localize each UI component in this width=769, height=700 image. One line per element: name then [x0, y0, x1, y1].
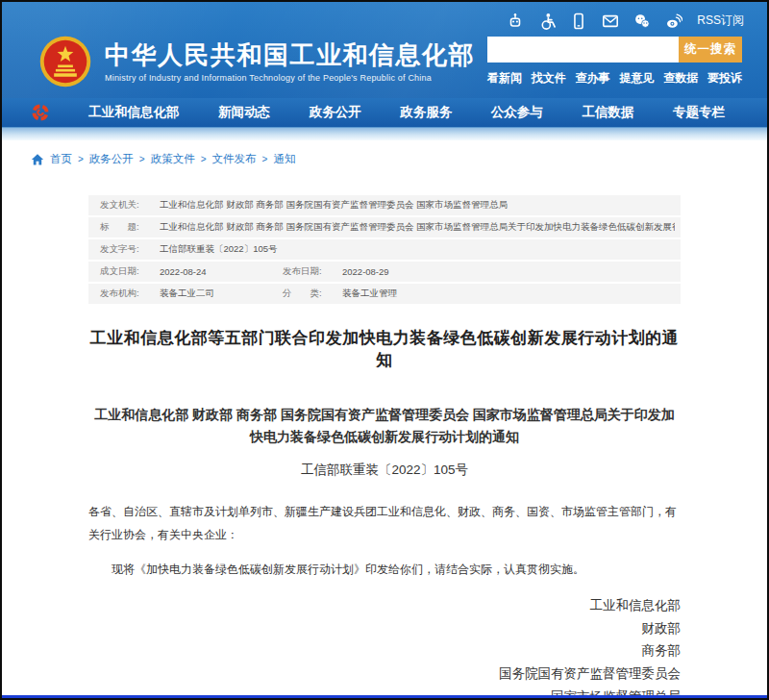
meta-row-doc-number: 发文字号: 工信部联重装〔2022〕105号: [88, 239, 681, 260]
document: 发文机关: 工业和信息化部 财政部 商务部 国务院国有资产监督管理委员会 国家市…: [2, 195, 767, 695]
breadcrumb-notice[interactable]: 通知: [273, 152, 295, 166]
mobile-icon[interactable]: [570, 12, 587, 30]
breadcrumb-file-release[interactable]: 文件发布: [212, 152, 257, 166]
national-emblem-icon: [38, 35, 92, 88]
nav-item-gov-open[interactable]: 政务公开: [310, 104, 361, 121]
header-main: 中华人民共和国工业和信息化部 Ministry of Industry and …: [2, 33, 767, 92]
quick-link-data[interactable]: 查数据: [663, 70, 698, 87]
breadcrumb-separator: >: [139, 154, 145, 164]
brand[interactable]: 中华人民共和国工业和信息化部 Ministry of Industry and …: [38, 35, 475, 88]
service-robot-icon[interactable]: [507, 12, 524, 30]
nav-item-participation[interactable]: 公众参与: [491, 104, 543, 121]
accessibility-icon[interactable]: [538, 12, 556, 30]
signature-sasac: 国务院国有资产监督管理委员会: [88, 662, 681, 686]
nav-items: 工业和信息化部 新闻动态 政务公开 政务服务 公众参与 工信数据 专题专栏: [88, 104, 734, 121]
wechat-icon[interactable]: [633, 12, 651, 30]
body-paragraph-directive: 现将《加快电力装备绿色低碳创新发展行动计划》印发给你们，请结合实际，认真贯彻实施…: [88, 558, 681, 581]
breadcrumb-separator: >: [262, 154, 268, 164]
signature-mofcom: 商务部: [88, 639, 681, 662]
breadcrumb-policy-files[interactable]: 政策文件: [151, 152, 195, 166]
quick-link-files[interactable]: 找文件: [532, 70, 566, 87]
breadcrumb-separator: >: [201, 154, 207, 164]
page-bottom-line: [2, 695, 767, 698]
body-paragraph-recipients: 各省、自治区、直辖市及计划单列市、新疆生产建设兵团工业和信息化、财政、商务、国资…: [88, 500, 681, 546]
topbar: RSS订阅: [2, 2, 767, 33]
breadcrumb: 首页 > 政务公开 > 政策文件 > 文件发布 > 通知: [2, 140, 767, 166]
nav-item-gov-service[interactable]: 政务服务: [400, 104, 452, 121]
search-area: 统一搜索 看新闻 找文件 查办事 提意见 查数据 要投诉: [487, 37, 742, 87]
org-name-en: Ministry of Industry and Information Tec…: [105, 73, 475, 83]
home-icon[interactable]: [31, 153, 44, 166]
quick-link-complain[interactable]: 要投诉: [707, 70, 742, 87]
signature-mof: 财政部: [88, 617, 681, 640]
browser-page: RSS订阅 中华人民共和国工业和信息化部 Ministry of In: [0, 0, 769, 700]
signature-miit: 工业和信息化部: [88, 594, 681, 617]
document-body: 各省、自治区、直辖市及计划单列市、新疆生产建设兵团工业和信息化、财政、商务、国资…: [88, 500, 681, 581]
quick-link-news[interactable]: 看新闻: [487, 70, 522, 87]
breadcrumb-separator: >: [78, 154, 84, 164]
breadcrumb-home[interactable]: 首页: [50, 152, 72, 166]
quick-link-services[interactable]: 查办事: [576, 70, 610, 87]
meta-row-publisher-category: 发布机构: 装备工业二司 分 类: 装备工业管理: [88, 284, 681, 304]
meta-row-dates: 成文日期: 2022-08-24 发布日期: 2022-08-29: [88, 262, 681, 282]
breadcrumb-gov-open[interactable]: 政务公开: [89, 152, 134, 166]
signature-block: 工业和信息化部 财政部 商务部 国务院国有资产监督管理委员会 国家市场监督管理总…: [88, 594, 681, 695]
org-name-cn: 中华人民共和国工业和信息化部: [105, 40, 475, 70]
meta-row-issuing-org: 发文机关: 工业和信息化部 财政部 商务部 国务院国有资产监督管理委员会 国家市…: [88, 195, 681, 215]
nav-item-news[interactable]: 新闻动态: [218, 104, 270, 121]
document-number: 工信部联重装〔2022〕105号: [88, 462, 681, 479]
weibo-icon[interactable]: [665, 12, 682, 30]
meta-row-title: 标 题: 工业和信息化部 财政部 商务部 国务院国有资产监督管理委员会 国家市场…: [88, 217, 681, 238]
mail-icon[interactable]: [602, 12, 619, 30]
nav-substrip: [2, 127, 767, 140]
site-header: RSS订阅 中华人民共和国工业和信息化部 Ministry of In: [2, 2, 767, 98]
quick-links: 看新闻 找文件 查办事 提意见 查数据 要投诉: [487, 70, 742, 87]
rss-link[interactable]: RSS订阅: [697, 12, 744, 29]
unified-search-button[interactable]: 统一搜索: [679, 37, 742, 62]
nav-item-miit[interactable]: 工业和信息化部: [88, 104, 180, 121]
nav-item-topics[interactable]: 专题专栏: [673, 104, 725, 121]
document-subtitle: 工业和信息化部 财政部 商务部 国务院国有资产监督管理委员会 国家市场监督管理总…: [88, 404, 681, 448]
nav-item-data[interactable]: 工信数据: [582, 104, 633, 121]
search-input[interactable]: [487, 37, 679, 62]
content: 首页 > 政务公开 > 政策文件 > 文件发布 > 通知 发文机关: 工业和信息…: [2, 140, 767, 695]
signature-samr: 国家市场监督管理总局: [88, 686, 681, 695]
quick-link-suggest[interactable]: 提意见: [619, 70, 654, 87]
brand-text: 中华人民共和国工业和信息化部 Ministry of Industry and …: [105, 40, 475, 83]
miit-logo-icon: [31, 103, 50, 122]
main-nav: 工业和信息化部 新闻动态 政务公开 政务服务 公众参与 工信数据 专题专栏: [2, 98, 767, 127]
document-meta-table: 发文机关: 工业和信息化部 财政部 商务部 国务院国有资产监督管理委员会 国家市…: [88, 195, 681, 304]
page-title: 工业和信息化部等五部门联合印发加快电力装备绿色低碳创新发展行动计划的通知: [88, 327, 681, 371]
